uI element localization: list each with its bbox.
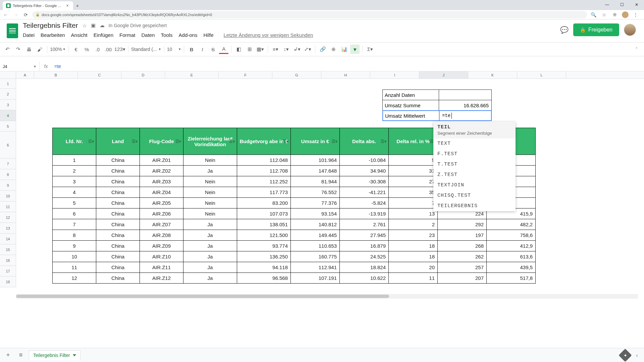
menu-bearbeiten[interactable]: Bearbeiten: [41, 32, 65, 38]
cell[interactable]: 81.944: [291, 176, 340, 187]
cell[interactable]: -5.824: [340, 198, 389, 208]
browser-tab[interactable]: Teilergebnis Filter - Google Tabe ×: [3, 1, 73, 10]
table-header[interactable]: Delta abs.☰▾: [340, 128, 389, 155]
filter-button[interactable]: ▼: [350, 45, 360, 54]
collapse-toolbar-button[interactable]: ˆ: [632, 45, 641, 54]
cell[interactable]: China: [96, 273, 140, 284]
cell[interactable]: AIR.Z05: [140, 198, 183, 208]
reload-icon[interactable]: ⟳: [22, 11, 30, 18]
cell[interactable]: 8: [53, 230, 96, 241]
cell[interactable]: AIR.Z11: [140, 262, 183, 273]
cell[interactable]: 3: [53, 176, 96, 187]
menu-einfuegen[interactable]: Einfügen: [94, 32, 113, 38]
cell[interactable]: 94.118: [237, 262, 291, 273]
cell[interactable]: 136.250: [237, 251, 291, 262]
cell[interactable]: 101.964: [291, 155, 340, 166]
cell[interactable]: 439,5: [487, 262, 536, 273]
cell[interactable]: AIR.Z09: [140, 241, 183, 251]
cell[interactable]: 27: [389, 176, 438, 187]
cell[interactable]: AIR.Z10: [140, 251, 183, 262]
name-box[interactable]: J4 ▼: [0, 62, 40, 71]
cell[interactable]: 20: [389, 262, 438, 273]
row-header[interactable]: 7: [0, 159, 16, 169]
cell[interactable]: AIR.Z02: [140, 166, 183, 176]
font-size-select[interactable]: 10 ▼: [167, 47, 181, 52]
filter-icon[interactable]: ☰▾: [132, 139, 138, 144]
filter-icon[interactable]: ☰▾: [175, 139, 181, 144]
row-header[interactable]: 12: [0, 212, 16, 223]
cell[interactable]: 197: [438, 230, 487, 241]
select-all-corner[interactable]: [0, 71, 16, 78]
cell[interactable]: 83.200: [237, 198, 291, 208]
zoom-indicator-icon[interactable]: 🔍: [590, 11, 597, 18]
account-avatar[interactable]: [624, 24, 636, 36]
cell[interactable]: 93.154: [291, 208, 340, 219]
share-button[interactable]: 🔒 Freigeben: [573, 23, 619, 36]
valign-button[interactable]: ↕▾: [281, 45, 291, 54]
summary-row[interactable]: Umsatz Summe 16.628.665: [382, 100, 492, 111]
chevron-down-icon[interactable]: [73, 354, 76, 356]
cell[interactable]: 107.191: [291, 273, 340, 284]
cell[interactable]: Nein: [183, 187, 237, 198]
cell[interactable]: 110.653: [291, 241, 340, 251]
cell[interactable]: -30.308: [340, 176, 389, 187]
cell[interactable]: China: [96, 187, 140, 198]
cell[interactable]: AIR.Z06: [140, 208, 183, 219]
cell[interactable]: 77.376: [291, 198, 340, 208]
menu-format[interactable]: Format: [119, 32, 136, 38]
extension-icon[interactable]: ❊: [611, 11, 619, 18]
autocomplete-item[interactable]: TEIL: [433, 122, 516, 131]
doc-title[interactable]: Teilergebnis Filter: [23, 21, 78, 29]
row-header[interactable]: 14: [0, 234, 16, 244]
cell[interactable]: 149.445: [291, 230, 340, 241]
col-header-f[interactable]: F: [219, 71, 272, 78]
star-icon[interactable]: ☆: [82, 22, 87, 29]
cell[interactable]: 18: [389, 251, 438, 262]
cell[interactable]: AIR.Z08: [140, 230, 183, 241]
row-header[interactable]: 13: [0, 223, 16, 234]
cell[interactable]: 140.812: [291, 219, 340, 230]
table-header[interactable]: Zielerreichung laut Vorindikation☰▾: [183, 128, 237, 155]
cell[interactable]: 207: [438, 273, 487, 284]
filter-icon[interactable]: ☰▾: [283, 139, 288, 144]
borders-button[interactable]: ⊞: [245, 45, 254, 54]
cell[interactable]: China: [96, 230, 140, 241]
cell[interactable]: 16.879: [340, 241, 389, 251]
merge-button[interactable]: ▦▾: [256, 45, 265, 54]
autocomplete-item[interactable]: T.TEST: [433, 159, 516, 170]
close-button[interactable]: ✕: [629, 0, 644, 9]
cell[interactable]: 5: [53, 198, 96, 208]
cell[interactable]: 96.568: [237, 273, 291, 284]
cell[interactable]: China: [96, 166, 140, 176]
row-header[interactable]: 1: [0, 79, 16, 89]
cell[interactable]: 292: [438, 219, 487, 230]
table-header[interactable]: Land☰▾: [96, 128, 140, 155]
cell[interactable]: 147.648: [291, 166, 340, 176]
row-header[interactable]: 2: [0, 89, 16, 100]
cell[interactable]: AIR.Z07: [140, 219, 183, 230]
cell[interactable]: 10.622: [340, 273, 389, 284]
chart-button[interactable]: 📊: [339, 45, 349, 54]
col-header-b[interactable]: B: [34, 71, 78, 78]
menu-hilfe[interactable]: Hilfe: [203, 32, 213, 38]
bold-button[interactable]: B: [187, 45, 196, 54]
currency-button[interactable]: €: [71, 45, 81, 54]
cell[interactable]: Ja: [183, 251, 237, 262]
cell-editor[interactable]: =te: [439, 111, 491, 120]
redo-button[interactable]: ↷: [13, 45, 23, 54]
col-header-d[interactable]: D: [121, 71, 165, 78]
cell[interactable]: China: [96, 155, 140, 166]
menu-ansicht[interactable]: Ansicht: [71, 32, 88, 38]
row-header[interactable]: 10: [0, 191, 16, 201]
cell[interactable]: 11: [389, 273, 438, 284]
move-icon[interactable]: ▣: [91, 22, 96, 28]
cell[interactable]: 2: [389, 219, 438, 230]
new-tab-button[interactable]: +: [73, 1, 82, 10]
cell[interactable]: 24.525: [340, 251, 389, 262]
cell[interactable]: China: [96, 241, 140, 251]
back-icon[interactable]: ←: [2, 11, 9, 18]
cell[interactable]: 35: [389, 187, 438, 198]
add-sheet-button[interactable]: +: [3, 351, 13, 360]
cell[interactable]: 6: [53, 208, 96, 219]
fill-color-button[interactable]: ◧: [234, 45, 244, 54]
